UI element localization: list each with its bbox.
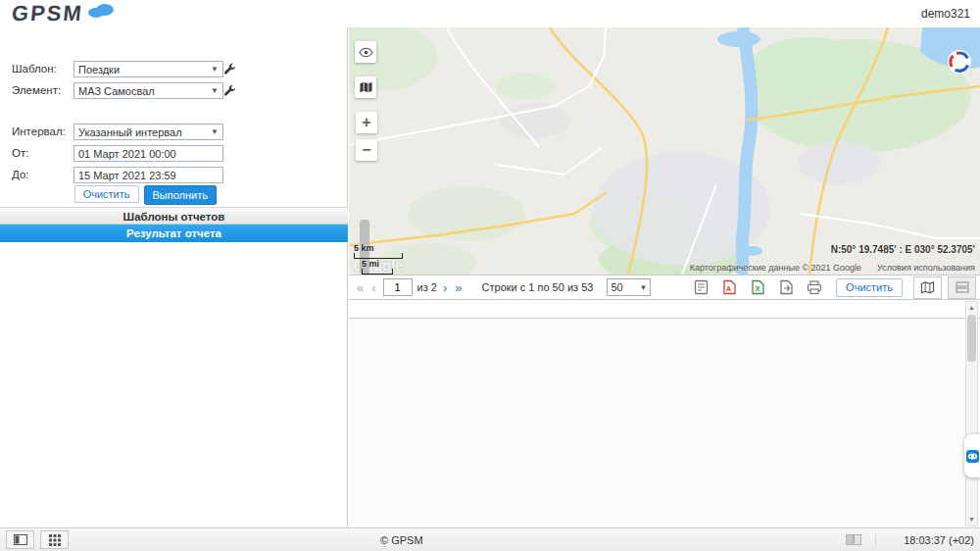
app-logo: GPSM — [0, 0, 157, 27]
table-scrollbar[interactable]: ▲ ▼ — [965, 301, 978, 526]
to-date-input[interactable]: 15 Март 2021 23:59 — [74, 167, 223, 183]
eye-visibility-button[interactable] — [355, 41, 376, 63]
map-terms-link[interactable]: Условия использования — [877, 263, 975, 273]
svg-text:A: A — [726, 285, 731, 292]
map-view-toggle[interactable] — [913, 276, 942, 299]
remote-support-dock[interactable] — [964, 434, 980, 477]
from-date-value: 01 Март 2021 00:00 — [78, 148, 176, 160]
grid-toolbar: « ‹ из 2 › » Строки с 1 по 50 из 53 50▼ … — [349, 275, 980, 300]
page-size-value: 50 — [611, 281, 622, 293]
scroll-down-arrow[interactable]: ▼ — [966, 514, 977, 526]
scroll-thumb[interactable] — [967, 315, 976, 362]
templates-section-header[interactable]: Шаблоны отчетов — [0, 207, 348, 225]
track-routes — [349, 27, 980, 275]
prev-page-button[interactable]: ‹ — [368, 280, 379, 295]
page-input[interactable] — [383, 278, 413, 296]
status-bar: © GPSM 18:03:37 (+02) — [0, 527, 980, 551]
template-settings-wrench-icon[interactable] — [223, 63, 236, 78]
export-pdf-icon[interactable]: A — [718, 277, 740, 297]
chevron-down-icon: ▼ — [211, 127, 219, 136]
to-date-value: 15 Март 2021 23:59 — [78, 170, 176, 181]
map-layers-button[interactable] — [355, 76, 376, 98]
map-copyright: Картографические данные © 2021 Google — [690, 263, 861, 273]
interval-value: Указанный интервал — [78, 126, 182, 138]
page-of-label: из 2 — [417, 281, 437, 293]
scale-mi-label: 5 mi — [362, 259, 403, 269]
split-view-toggle[interactable] — [948, 276, 976, 299]
map[interactable]: + − 5 km 5 mi Google N:50° 19.7485' : E … — [349, 27, 980, 275]
template-label: Шаблон: — [12, 63, 57, 75]
interval-select[interactable]: Указанный интервал▼ — [74, 124, 223, 140]
chevron-down-icon: ▼ — [211, 86, 219, 95]
report-result-area: + − 5 km 5 mi Google N:50° 19.7485' : E … — [349, 27, 980, 527]
clock-label: 18:03:37 (+02) — [875, 534, 974, 546]
element-value: МАЗ Самосвал — [78, 85, 155, 97]
result-section-header[interactable]: Результат отчета — [0, 225, 348, 242]
chevron-down-icon: ▼ — [211, 65, 219, 74]
table-header — [349, 300, 980, 319]
map-scale: 5 km 5 mi — [354, 243, 403, 275]
app-copyright: © GPSM — [380, 534, 423, 546]
print-icon[interactable] — [804, 277, 825, 297]
template-value: Поездки — [78, 64, 120, 75]
rows-info-label: Строки с 1 по 50 из 53 — [482, 281, 594, 293]
page-size-select[interactable]: 50▼ — [607, 278, 651, 296]
clear-button[interactable]: Очистить — [74, 185, 139, 203]
next-page-button[interactable]: › — [439, 280, 451, 295]
apps-grid-button[interactable] — [40, 530, 69, 549]
last-page-button[interactable]: » — [451, 280, 466, 295]
toggle-sidebar-button[interactable] — [6, 530, 34, 549]
columns-icon[interactable] — [844, 534, 863, 545]
interval-label: Интервал: — [12, 125, 66, 137]
template-select[interactable]: Поездки▼ — [74, 61, 223, 77]
scroll-up-arrow[interactable]: ▲ — [966, 302, 977, 314]
loading-spinner-icon — [947, 49, 972, 77]
from-date-input[interactable]: 01 Март 2021 00:00 — [74, 145, 223, 162]
export-file-icon[interactable] — [775, 277, 797, 297]
svg-text:X: X — [755, 284, 760, 293]
zoom-out-button[interactable]: − — [356, 139, 377, 161]
run-button[interactable]: Выполнить — [144, 185, 217, 205]
chevron-down-icon: ▼ — [639, 283, 647, 292]
top-navbar: GPSM demo321 — [0, 0, 980, 28]
user-label: demo321 — [911, 0, 980, 27]
from-label: От: — [12, 147, 28, 159]
map-credits: Картографические данные © 2021 Google Ус… — [690, 263, 975, 273]
cloud-icon — [87, 2, 115, 21]
export-excel-icon[interactable]: X — [747, 277, 768, 297]
report-panel: Шаблон: Поездки▼ Элемент: МАЗ Самосвал▼ … — [0, 27, 348, 527]
logo-text: GPSM — [11, 1, 85, 26]
grid-clear-button[interactable]: Очистить — [836, 278, 903, 297]
to-label: До: — [12, 169, 29, 180]
scale-km-label: 5 km — [354, 243, 403, 253]
zoom-in-button[interactable]: + — [356, 112, 377, 133]
table-body — [349, 319, 980, 527]
element-select[interactable]: МАЗ Самосвал▼ — [74, 82, 223, 99]
element-label: Элемент: — [12, 84, 61, 96]
report-view-icon[interactable] — [690, 277, 711, 297]
first-page-button[interactable]: « — [353, 280, 368, 295]
map-coordinates: N:50° 19.7485' : E 030° 52.3705' — [831, 244, 975, 255]
element-settings-wrench-icon[interactable] — [223, 84, 236, 100]
